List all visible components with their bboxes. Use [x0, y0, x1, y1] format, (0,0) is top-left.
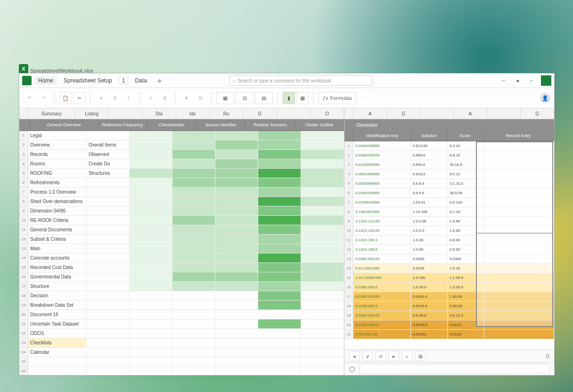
cell[interactable]: 0.9.8.6: [411, 188, 448, 197]
cell[interactable]: 0.01.0300.050: [353, 264, 411, 273]
row-number[interactable]: 12: [19, 235, 28, 244]
cell[interactable]: [215, 140, 258, 149]
cell[interactable]: 0.0168100500: [353, 188, 411, 197]
table-row[interactable]: 26: [19, 367, 344, 375]
cell[interactable]: 0.0105.8: [411, 320, 448, 329]
row-number[interactable]: 26: [19, 367, 28, 375]
cell[interactable]: [87, 301, 130, 310]
cell[interactable]: [215, 216, 258, 225]
cell[interactable]: [130, 216, 172, 225]
cell[interactable]: [215, 131, 258, 140]
cell[interactable]: [301, 178, 344, 187]
left-header-cell[interactable]: Cluster Outline: [295, 119, 344, 131]
cell[interactable]: Decision: [28, 291, 87, 300]
left-header-cell[interactable]: Characteristic: [147, 119, 196, 131]
cell[interactable]: [258, 178, 301, 187]
cell[interactable]: [87, 319, 130, 328]
cell[interactable]: [258, 310, 301, 319]
cell[interactable]: [301, 235, 344, 244]
cell[interactable]: [87, 367, 130, 375]
row-number[interactable]: 24: [19, 348, 28, 357]
cell[interactable]: [301, 357, 344, 366]
cell[interactable]: [215, 197, 258, 206]
formula-input[interactable]: [360, 364, 549, 374]
cell[interactable]: 0.0001.6: [411, 292, 448, 301]
cell[interactable]: Checklists: [28, 338, 87, 347]
cell[interactable]: [258, 216, 301, 225]
cell[interactable]: [172, 159, 215, 168]
cell[interactable]: [258, 338, 301, 347]
column-letter[interactable]: G: [387, 108, 420, 119]
left-grid-body[interactable]: 1Legal2OverviewOverall Items3RecordsObse…: [19, 131, 344, 375]
cell[interactable]: Concrete accounts: [28, 253, 87, 262]
row-number[interactable]: 13: [344, 254, 353, 263]
cell[interactable]: [87, 178, 130, 187]
restore-icon[interactable]: ◂: [513, 76, 522, 85]
cell[interactable]: 0.0103: [448, 330, 484, 339]
cell[interactable]: [258, 253, 301, 262]
row-number[interactable]: 15: [344, 273, 353, 282]
cell[interactable]: 0.8001005006: [353, 170, 411, 179]
table-row[interactable]: 4RoomsCreate Do: [19, 159, 344, 169]
column-letter[interactable]: Ids: [176, 108, 210, 119]
row-number[interactable]: 6: [19, 178, 28, 187]
column-letter[interactable]: [109, 108, 142, 119]
cell[interactable]: [258, 140, 301, 149]
cell[interactable]: 0.888.6: [411, 151, 448, 160]
row-number[interactable]: 3: [344, 160, 353, 169]
cell[interactable]: [258, 206, 301, 215]
cell[interactable]: [172, 291, 215, 300]
fill-color-icon[interactable]: ▮: [283, 92, 295, 104]
cell[interactable]: Recorded Cost Data: [28, 263, 87, 272]
cell[interactable]: Dimension 04/86: [28, 206, 87, 215]
row-number[interactable]: 5: [344, 179, 353, 188]
cell-style-icon[interactable]: ▦: [296, 92, 309, 104]
cell[interactable]: 0.0300.053.05: [353, 254, 411, 263]
row-number[interactable]: 7: [344, 198, 353, 207]
cell[interactable]: 0.0105.8: [411, 302, 448, 310]
right-header-cell[interactable]: Solution: [411, 131, 447, 141]
table-row[interactable]: 6Refreshments: [19, 178, 344, 188]
cell[interactable]: 0.0150810566: [353, 198, 411, 207]
cell[interactable]: [258, 263, 301, 272]
cell[interactable]: [215, 244, 258, 253]
command-search-input[interactable]: ⌕ Search or type a command for this work…: [229, 75, 373, 86]
row-number[interactable]: 14: [19, 253, 28, 262]
column-letter[interactable]: Listing: [75, 108, 108, 119]
cell[interactable]: [301, 253, 344, 262]
row-number[interactable]: 10: [344, 226, 353, 235]
cell[interactable]: [130, 131, 172, 140]
cell[interactable]: [172, 367, 215, 375]
cell[interactable]: [258, 159, 301, 168]
row-number[interactable]: 13: [19, 244, 28, 253]
cell[interactable]: 0.0150: [411, 264, 448, 273]
menu-more-icon[interactable]: ◆: [154, 76, 165, 85]
row-number[interactable]: 11: [344, 236, 353, 245]
table-row[interactable]: 22ODOS: [19, 329, 344, 338]
cell[interactable]: [87, 225, 130, 234]
row-number[interactable]: 11: [19, 225, 28, 234]
cell[interactable]: [215, 272, 258, 281]
cell[interactable]: [130, 206, 172, 215]
cell[interactable]: [172, 310, 215, 319]
cell[interactable]: [87, 253, 130, 262]
row-number[interactable]: 19: [344, 311, 353, 320]
row-number[interactable]: 18: [19, 291, 28, 300]
cell[interactable]: [130, 291, 172, 300]
cell[interactable]: [215, 159, 258, 168]
cell[interactable]: 1.01.10300.050: [353, 273, 411, 282]
cell[interactable]: [87, 338, 130, 347]
cell[interactable]: 0.0.53.0300.5: [353, 320, 411, 329]
cell[interactable]: 0.0030090000: [353, 179, 411, 188]
cell[interactable]: [215, 206, 258, 215]
left-header-cell[interactable]: General Overview: [30, 119, 98, 131]
cell[interactable]: [172, 263, 215, 272]
cell[interactable]: [172, 206, 215, 215]
cell[interactable]: [172, 169, 215, 178]
cell[interactable]: 0.650.6: [411, 160, 448, 169]
bold-icon[interactable]: B: [109, 92, 121, 104]
cell[interactable]: Breakdown Data Set: [28, 301, 87, 310]
cell[interactable]: [87, 131, 130, 140]
cell[interactable]: [258, 367, 301, 375]
row-number[interactable]: 20: [19, 310, 28, 319]
